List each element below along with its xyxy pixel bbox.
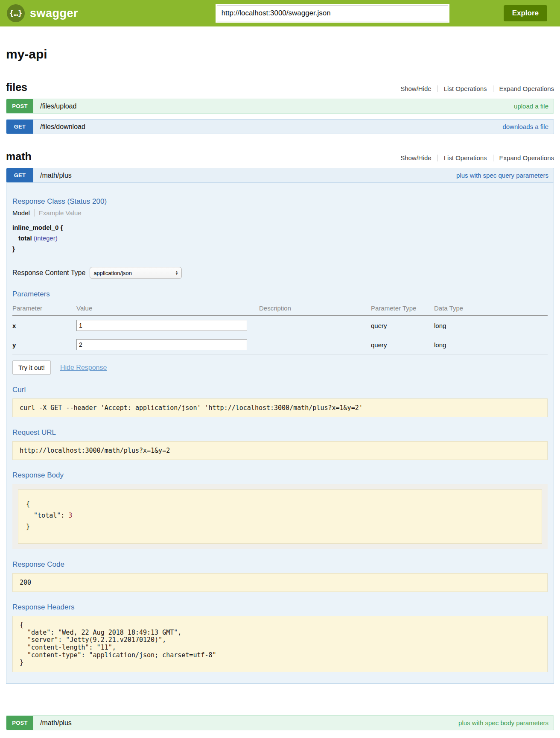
explore-button[interactable]: Explore bbox=[504, 5, 547, 21]
try-it-out-button[interactable]: Try it out! bbox=[12, 360, 51, 375]
model-close-line: } bbox=[12, 244, 548, 255]
param-x-value-input[interactable] bbox=[76, 320, 247, 331]
get-method-badge: GET bbox=[6, 120, 33, 134]
parameter-row-y: y query long bbox=[12, 335, 548, 354]
request-url-value: http://localhost:3000/math/plus?x=1&y=2 bbox=[12, 441, 548, 460]
model-property-name: total bbox=[18, 234, 32, 242]
response-content-type-select[interactable]: application/json ▲▼ bbox=[90, 267, 182, 279]
col-value: Value bbox=[76, 302, 259, 316]
files-show-hide-link[interactable]: Show/Hide bbox=[400, 85, 432, 92]
param-data-type: long bbox=[434, 316, 548, 335]
response-body-container: { "total": 3} bbox=[12, 484, 548, 549]
parameters-table: Parameter Value Description Parameter Ty… bbox=[12, 302, 548, 354]
operation-post-files-upload[interactable]: POST /files/upload upload a file bbox=[6, 99, 554, 114]
json-close-brace: } bbox=[26, 521, 534, 532]
operation-get-math-plus[interactable]: GET /math/plus plus with spec query para… bbox=[6, 168, 554, 183]
tab-example-value[interactable]: Example Value bbox=[35, 209, 82, 217]
page-title: my-api bbox=[6, 47, 554, 62]
response-headers-heading: Response Headers bbox=[12, 603, 548, 612]
brand-title: swagger bbox=[30, 7, 78, 20]
divider bbox=[438, 85, 438, 92]
swagger-logo-icon: {…} bbox=[7, 4, 25, 22]
col-parameter-type: Parameter Type bbox=[371, 302, 434, 316]
param-data-type: long bbox=[434, 335, 548, 354]
operation-summary-link[interactable]: plus with spec body parameters bbox=[458, 719, 548, 726]
hide-response-link[interactable]: Hide Response bbox=[60, 364, 107, 372]
operation-path[interactable]: /math/plus bbox=[40, 719, 72, 727]
response-code-value: 200 bbox=[12, 573, 548, 592]
operation-post-math-plus[interactable]: POST /math/plus plus with spec body para… bbox=[6, 715, 554, 730]
spec-url-input[interactable] bbox=[217, 5, 448, 21]
tab-model[interactable]: Model bbox=[12, 209, 35, 217]
files-list-operations-link[interactable]: List Operations bbox=[444, 85, 487, 92]
math-show-hide-link[interactable]: Show/Hide bbox=[400, 154, 432, 161]
curl-command: curl -X GET --header 'Accept: applicatio… bbox=[12, 398, 548, 417]
model-tabs: Model Example Value bbox=[12, 209, 548, 217]
header-bar: {…} swagger Explore bbox=[0, 0, 560, 26]
divider bbox=[438, 155, 438, 161]
model-property-type: (integer) bbox=[34, 234, 58, 242]
math-list-operations-link[interactable]: List Operations bbox=[444, 154, 487, 161]
files-section-title: files bbox=[6, 81, 27, 94]
operation-path[interactable]: /files/download bbox=[40, 123, 85, 131]
response-content-type-row: Response Content Type application/json ▲… bbox=[12, 267, 548, 279]
param-name: x bbox=[12, 316, 76, 335]
math-expand-operations-link[interactable]: Expand Operations bbox=[499, 154, 554, 161]
param-description bbox=[259, 335, 371, 354]
model-signature: inline_model_0 { total (integer) } bbox=[12, 223, 548, 254]
json-open-brace: { bbox=[26, 498, 534, 510]
param-type: query bbox=[371, 335, 434, 354]
divider bbox=[493, 155, 493, 161]
col-parameter: Parameter bbox=[12, 302, 76, 316]
response-class-heading: Response Class (Status 200) bbox=[12, 197, 548, 206]
page-body: my-api files Show/Hide List Operations E… bbox=[0, 47, 560, 738]
model-open-line: inline_model_0 { bbox=[12, 223, 548, 233]
param-y-value-input[interactable] bbox=[76, 339, 247, 350]
request-url-heading: Request URL bbox=[12, 428, 548, 437]
operation-path[interactable]: /files/upload bbox=[40, 102, 76, 110]
files-expand-operations-link[interactable]: Expand Operations bbox=[499, 85, 554, 92]
curl-heading: Curl bbox=[12, 386, 548, 394]
parameter-row-x: x query long bbox=[12, 316, 548, 335]
section-files: files Show/Hide List Operations Expand O… bbox=[6, 81, 554, 134]
response-headers-json: { "date": "Wed, 22 Aug 2018 18:49:13 GMT… bbox=[12, 616, 548, 672]
response-body-heading: Response Body bbox=[12, 471, 548, 480]
get-method-badge: GET bbox=[6, 168, 33, 182]
param-type: query bbox=[371, 316, 434, 335]
select-stepper-icon: ▲▼ bbox=[175, 270, 178, 275]
operation-path[interactable]: /math/plus bbox=[40, 172, 72, 179]
section-math: math Show/Hide List Operations Expand Op… bbox=[6, 150, 554, 730]
post-method-badge: POST bbox=[6, 716, 33, 730]
operation-summary-link[interactable]: upload a file bbox=[514, 102, 548, 110]
response-body-json: { "total": 3} bbox=[18, 489, 542, 544]
param-description bbox=[259, 316, 371, 335]
operation-detail-panel: Response Class (Status 200) Model Exampl… bbox=[6, 183, 554, 684]
col-description: Description bbox=[259, 302, 371, 316]
response-code-heading: Response Code bbox=[12, 560, 548, 569]
operation-summary-link[interactable]: plus with spec query parameters bbox=[456, 172, 548, 179]
selected-content-type: application/json bbox=[93, 270, 132, 276]
response-content-type-label: Response Content Type bbox=[12, 269, 85, 277]
operation-get-files-download[interactable]: GET /files/download downloads a file bbox=[6, 119, 554, 134]
post-method-badge: POST bbox=[6, 99, 33, 113]
operation-summary-link[interactable]: downloads a file bbox=[502, 123, 548, 130]
json-key: "total": bbox=[26, 512, 68, 519]
param-name: y bbox=[12, 335, 76, 354]
json-value: 3 bbox=[68, 512, 72, 519]
col-data-type: Data Type bbox=[434, 302, 548, 316]
divider bbox=[493, 85, 493, 92]
parameters-heading: Parameters bbox=[12, 290, 548, 299]
math-section-title: math bbox=[6, 150, 32, 163]
